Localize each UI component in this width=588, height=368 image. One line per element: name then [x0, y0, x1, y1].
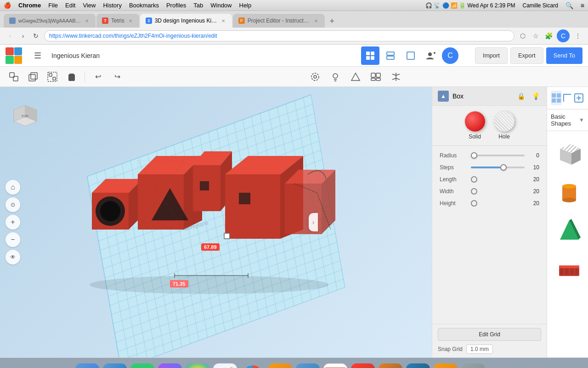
extensions-icon[interactable]: 🧩 [544, 31, 553, 40]
menu-dots[interactable]: ⋮ [573, 31, 582, 40]
menu-view[interactable]: View [83, 2, 96, 9]
dock-sketch[interactable]: 🖊 [434, 363, 458, 368]
menu-edit[interactable]: Edit [65, 2, 75, 9]
hamburger-button[interactable]: ☰ [29, 47, 46, 64]
menu-file[interactable]: File [48, 2, 58, 9]
solid-option[interactable]: Solid [465, 111, 485, 140]
tab-1-close[interactable]: ✕ [84, 17, 90, 24]
dock-finder[interactable] [75, 363, 99, 368]
length-radio[interactable] [471, 176, 477, 183]
export-button[interactable]: Export [510, 47, 543, 64]
steps-slider-track[interactable] [471, 167, 525, 168]
dock-trash[interactable]: 🗑 [489, 363, 513, 368]
viewport[interactable]: TOP ⌂ ⊙ + − 👁 [0, 87, 432, 357]
collapse-button[interactable]: ▲ [438, 91, 449, 102]
zoom-in-button[interactable]: + [6, 215, 20, 230]
add-user-button[interactable] [422, 46, 440, 65]
dock-word[interactable]: W [406, 363, 430, 368]
shape-category-label: Basic Shapes [551, 113, 579, 127]
duplicate-button[interactable] [25, 69, 41, 85]
shape-view-button[interactable] [347, 69, 364, 85]
fit-view-button[interactable]: ⊙ [6, 197, 20, 212]
bookmark-icon[interactable]: ☆ [531, 31, 540, 40]
svg-rect-22 [371, 78, 375, 80]
dock-appstore[interactable]: A [103, 363, 127, 368]
snap-value[interactable]: 1.0 mm [466, 345, 493, 354]
tab-1[interactable]: wGwgwZ9vq3jWgAAAABJRU5... ✕ [4, 14, 96, 28]
hole-option[interactable]: Hole [494, 111, 514, 140]
menu-search[interactable]: 🔍 [565, 2, 573, 9]
group-button[interactable] [44, 69, 61, 85]
view-mode-button[interactable]: 👁 [6, 250, 20, 264]
send-to-button[interactable]: Send To [546, 47, 582, 64]
menu-help[interactable]: Help [239, 2, 252, 9]
dock-calendar[interactable]: APR 6 [323, 363, 347, 368]
redo-button[interactable]: ↪ [109, 69, 125, 85]
edit-grid-button[interactable]: Edit Grid [438, 328, 541, 341]
lock-button[interactable]: 🔒 [515, 91, 526, 102]
tab-2[interactable]: T Tetris ✕ [96, 14, 139, 28]
radius-slider-thumb[interactable] [471, 152, 477, 159]
menu-window[interactable]: Window [210, 2, 232, 9]
width-radio[interactable] [471, 188, 477, 195]
tab-3[interactable]: 3 3D design Ingenious Kieran | T... ✕ [140, 14, 232, 28]
shape-cylinder-orange[interactable] [551, 173, 588, 210]
forward-button[interactable]: › [18, 31, 28, 40]
tab-3-close[interactable]: ✕ [220, 17, 226, 24]
shape-category-dropdown[interactable]: Basic Shapes ▼ [547, 109, 588, 131]
box-view-button[interactable] [401, 46, 420, 65]
shape-text-red[interactable] [551, 251, 588, 288]
zoom-out-button[interactable]: − [6, 232, 20, 247]
profile-icon[interactable]: C [557, 29, 570, 42]
dock-books[interactable]: 📚 [268, 363, 292, 368]
apple-menu[interactable]: 🍎 [4, 2, 11, 9]
height-radio[interactable] [471, 200, 477, 207]
menu-tab[interactable]: Tab [193, 2, 203, 9]
list-view-button[interactable] [381, 46, 400, 65]
dock-ibooks[interactable]: 📖 [379, 363, 402, 368]
light-button[interactable] [327, 69, 344, 85]
sidebar-text-icon[interactable] [573, 91, 584, 105]
new-tab-button[interactable]: + [326, 15, 339, 28]
url-bar[interactable]: https://www.tinkercad.com/things/eZJth2F… [44, 30, 514, 41]
undo-button[interactable]: ↩ [90, 69, 106, 85]
refresh-button[interactable]: ↻ [31, 31, 40, 40]
dock-photos[interactable]: 🌸 [186, 363, 209, 368]
back-button[interactable]: ‹ [6, 31, 15, 40]
new-shape-button[interactable] [6, 69, 22, 85]
svg-rect-23 [376, 78, 380, 80]
visibility-button[interactable]: 💡 [530, 91, 541, 102]
expand-handle[interactable]: › [309, 213, 318, 231]
delete-button[interactable] [63, 69, 80, 85]
radius-slider-track[interactable] [471, 155, 525, 156]
menu-profiles[interactable]: Profiles [166, 2, 186, 9]
menu-chrome[interactable]: Chrome [18, 2, 41, 9]
shape-box-diagonal[interactable] [551, 135, 588, 172]
cast-icon[interactable]: ⬡ [518, 31, 527, 40]
dock-facetime[interactable]: 📱 [130, 363, 154, 368]
steps-slider-thumb[interactable] [500, 164, 507, 171]
import-button[interactable]: Import [475, 47, 508, 64]
orientation-cube[interactable]: TOP [9, 96, 41, 128]
dock-safari[interactable]: 🧭 [213, 363, 237, 368]
dock-music[interactable]: 🎵 [351, 363, 375, 368]
sidebar-grid-icon[interactable] [551, 91, 562, 105]
menu-control[interactable]: ≡ [581, 2, 584, 9]
menu-history[interactable]: History [103, 2, 121, 9]
mirror-button[interactable] [388, 69, 404, 85]
camera-view-button[interactable] [307, 69, 323, 85]
menu-bookmarks[interactable]: Bookmarks [129, 2, 159, 9]
grid-align-button[interactable] [368, 69, 384, 85]
dock-chrome[interactable] [241, 363, 265, 368]
dock-messages[interactable]: 💬 [296, 363, 320, 368]
shape-pyramid-green[interactable] [551, 212, 588, 249]
tab-4-close[interactable]: ✕ [313, 17, 319, 24]
dock-siri[interactable]: ◎ [158, 363, 182, 368]
dock-settings[interactable]: ⚙️ [461, 363, 485, 368]
tab-2-close[interactable]: ✕ [127, 17, 134, 24]
profile-avatar[interactable]: C [442, 47, 458, 64]
tab-4[interactable]: P Project Editor - Instructables ✕ [233, 14, 325, 28]
home-view-button[interactable]: ⌂ [6, 180, 20, 195]
grid-view-button[interactable] [361, 46, 379, 65]
sidebar-corner-icon[interactable] [562, 91, 573, 105]
